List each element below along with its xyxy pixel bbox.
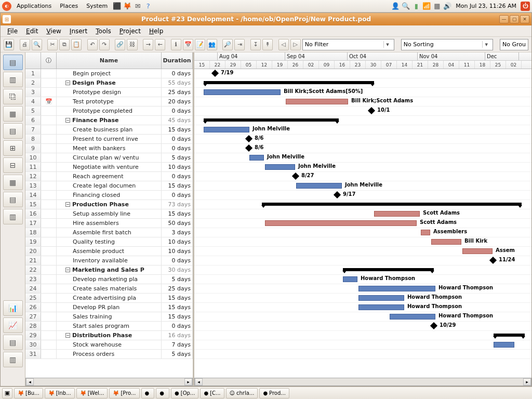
duration-cell[interactable]: 15 days bbox=[162, 294, 193, 302]
tray-app-icon[interactable]: ⬛ bbox=[113, 2, 121, 10]
name-cell[interactable]: Create legal documen bbox=[57, 181, 162, 190]
table-row[interactable]: 3Prototype design25 days bbox=[25, 88, 193, 97]
gantt-row[interactable]: John Melville bbox=[194, 153, 531, 163]
name-cell[interactable]: Create advertising pla bbox=[57, 294, 162, 302]
name-cell[interactable]: −Distribution Phase bbox=[57, 331, 162, 340]
resource-usage2-button[interactable]: ▥ bbox=[3, 352, 23, 367]
name-cell[interactable]: Prototype completed bbox=[57, 107, 162, 115]
gantt-row[interactable]: Scott Adams bbox=[194, 209, 531, 219]
name-cell[interactable]: Stock warehouse bbox=[57, 340, 162, 349]
duration-cell[interactable]: 0 days bbox=[162, 135, 193, 143]
task-bar[interactable] bbox=[374, 211, 420, 217]
gantt-row[interactable]: John Melville bbox=[194, 163, 531, 172]
table-row[interactable]: 21Inventory available0 days bbox=[25, 256, 193, 265]
name-cell[interactable]: Assemble first batch bbox=[57, 228, 162, 237]
duration-cell[interactable]: 15 days bbox=[162, 209, 193, 218]
duration-cell[interactable]: 10 days bbox=[162, 247, 193, 256]
milestone-icon[interactable] bbox=[211, 70, 219, 77]
task-bar[interactable] bbox=[358, 286, 435, 291]
outdent-button[interactable]: ← bbox=[155, 39, 165, 50]
name-cell[interactable]: −Production Phase bbox=[57, 200, 162, 209]
rbs-view-button[interactable]: ⊟ bbox=[3, 157, 23, 173]
name-cell[interactable]: Meet with bankers bbox=[57, 144, 162, 153]
network-view-button[interactable]: ⿻ bbox=[3, 89, 23, 104]
calendar-icon[interactable]: ▦ bbox=[433, 2, 441, 10]
assign-button[interactable]: 👥 bbox=[207, 39, 217, 50]
copy-button[interactable]: ⧉ bbox=[59, 39, 70, 50]
table-row[interactable]: 7Create business plan15 days bbox=[25, 125, 193, 135]
task-bar[interactable] bbox=[358, 304, 404, 310]
save-button[interactable]: 💾 bbox=[4, 39, 14, 50]
gantt-row[interactable]: 11/24 bbox=[194, 256, 531, 265]
indent-button[interactable]: → bbox=[143, 39, 153, 50]
name-cell[interactable]: Present to current inve bbox=[57, 135, 162, 143]
duration-cell[interactable]: 15 days bbox=[162, 181, 193, 190]
milestone-icon[interactable] bbox=[292, 172, 299, 180]
sorting-combo[interactable]: No Sorting▾ bbox=[401, 39, 493, 50]
minimize-button[interactable]: — bbox=[499, 15, 509, 23]
table-row[interactable]: 17Hire assemblers50 days bbox=[25, 219, 193, 228]
duration-cell[interactable]: 55 days bbox=[162, 78, 193, 87]
milestone-icon[interactable] bbox=[368, 107, 375, 114]
summary-bar[interactable] bbox=[204, 118, 339, 122]
wbs-view-button[interactable]: ⊞ bbox=[3, 140, 23, 156]
table-row[interactable]: 4📅Test prototype20 days bbox=[25, 97, 193, 107]
taskbar-button[interactable]: ☺chrla... bbox=[226, 388, 258, 398]
task-usage2-button[interactable]: ▤ bbox=[3, 335, 23, 350]
duration-cell[interactable]: 7 days bbox=[162, 340, 193, 349]
name-cell[interactable]: Sales training bbox=[57, 312, 162, 321]
table-row[interactable]: 28Start sales program0 days bbox=[25, 322, 193, 331]
gantt-row[interactable]: 8/6 bbox=[194, 135, 531, 144]
places-menu[interactable]: Places bbox=[57, 2, 81, 10]
task-bar[interactable] bbox=[204, 89, 281, 95]
gantt-row[interactable]: 10/1 bbox=[194, 107, 531, 116]
histogram-button[interactable]: 📊 bbox=[3, 300, 23, 316]
taskbar-button[interactable]: ● bbox=[156, 388, 169, 398]
menu-help[interactable]: Help bbox=[145, 26, 167, 36]
name-cell[interactable]: Create sales materials bbox=[57, 284, 162, 293]
gantt-row[interactable]: 7/19 bbox=[194, 69, 531, 78]
system-menu[interactable]: System bbox=[83, 2, 111, 10]
gantt-row[interactable]: Howard Thompson bbox=[194, 284, 531, 294]
name-cell[interactable]: Quality testing bbox=[57, 237, 162, 246]
task-bar[interactable] bbox=[265, 164, 295, 170]
name-cell[interactable]: −Marketing and Sales P bbox=[57, 265, 162, 274]
taskbar-button[interactable]: ●Prod... bbox=[259, 388, 289, 398]
table-row[interactable]: 14Financing closed0 days bbox=[25, 191, 193, 200]
preview-button[interactable]: 🔍 bbox=[32, 39, 42, 50]
summary-bar[interactable] bbox=[343, 268, 434, 271]
task-bar[interactable] bbox=[343, 276, 357, 282]
table-row[interactable]: 24Create sales materials25 days bbox=[25, 284, 193, 294]
duration-cell[interactable]: 15 days bbox=[162, 303, 193, 312]
taskbar-button[interactable]: ●[Op... bbox=[171, 388, 198, 398]
tracking-gantt-button[interactable]: ▥ bbox=[3, 72, 23, 87]
table-row[interactable]: 13Create legal documen15 days bbox=[25, 181, 193, 191]
duration-cell[interactable]: 30 days bbox=[162, 265, 193, 274]
gantt-hscroll[interactable]: ◂▸ bbox=[194, 378, 531, 386]
group-combo[interactable]: No Grou bbox=[500, 39, 528, 50]
table-row[interactable]: 18Assemble first batch3 days bbox=[25, 228, 193, 237]
gantt-row[interactable]: Howard Thompson bbox=[194, 303, 531, 312]
gantt-row[interactable]: John Melville bbox=[194, 181, 531, 191]
duration-cell[interactable]: 50 days bbox=[162, 219, 193, 228]
name-cell[interactable]: Prototype design bbox=[57, 88, 162, 97]
chart-button[interactable]: 📈 bbox=[3, 317, 23, 333]
duration-cell[interactable]: 0 days bbox=[162, 256, 193, 265]
projects-view-button[interactable]: ▤ bbox=[3, 123, 23, 139]
name-cell[interactable]: −Finance Phase bbox=[57, 116, 162, 125]
taskbar-button[interactable]: 🦊[Bu... bbox=[14, 388, 43, 398]
gantt-body[interactable]: 7/19Bill Kirk;Scott Adams[50%]Bill Kirk;… bbox=[194, 69, 531, 378]
duration-cell[interactable]: 25 days bbox=[162, 284, 193, 293]
gantt-row[interactable]: Bill Kirk;Scott Adams bbox=[194, 97, 531, 107]
gantt-view-button[interactable]: ▤ bbox=[3, 55, 23, 70]
taskbar-button[interactable]: ● bbox=[141, 388, 155, 398]
summary-bar[interactable] bbox=[204, 81, 374, 84]
gantt-row[interactable] bbox=[194, 116, 531, 125]
menu-view[interactable]: View bbox=[43, 26, 64, 36]
gantt-row[interactable]: 9/17 bbox=[194, 191, 531, 200]
duration-cell[interactable]: 0 days bbox=[162, 172, 193, 181]
goto-button[interactable]: ⇥ bbox=[234, 39, 245, 50]
duration-cell[interactable]: 0 days bbox=[162, 322, 193, 330]
table-row[interactable]: 9Meet with bankers0 days bbox=[25, 144, 193, 153]
table-row[interactable]: 26Develop PR plan15 days bbox=[25, 303, 193, 312]
